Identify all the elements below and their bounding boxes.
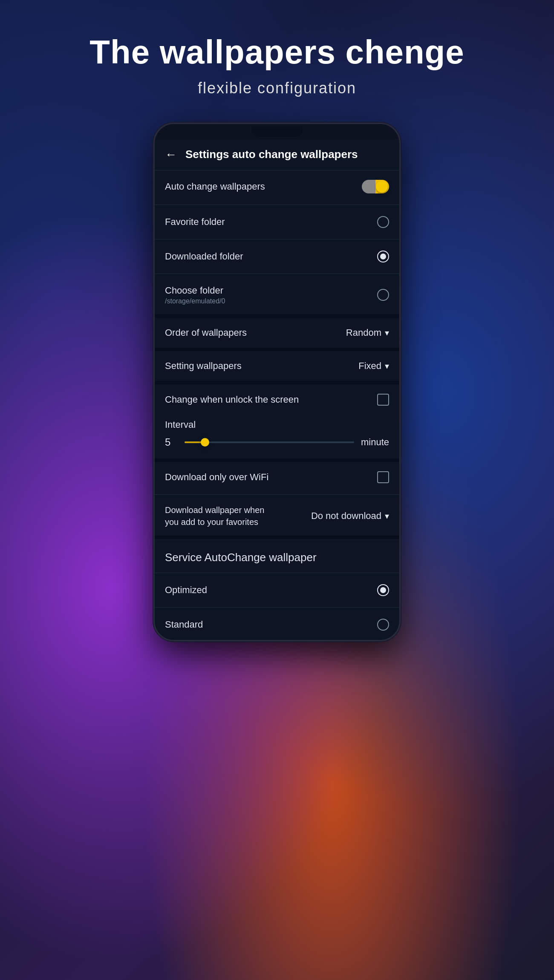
order-label: Order of wallpapers bbox=[165, 327, 346, 338]
choose-folder-label: Choose folder bbox=[165, 285, 225, 296]
interval-section: Interval 5 minute bbox=[155, 415, 399, 458]
divider-1 bbox=[155, 205, 399, 205]
download-favorites-value: Do not download bbox=[311, 510, 381, 522]
phone-wrapper: ← Settings auto change wallpapers Auto c… bbox=[0, 123, 554, 641]
phone-notch bbox=[251, 127, 303, 137]
settings-page-title: Settings auto change wallpapers bbox=[185, 148, 358, 161]
change-unlock-row: Change when unlock the screen bbox=[155, 384, 399, 415]
divider-optimized bbox=[155, 607, 399, 608]
optimized-label: Optimized bbox=[165, 585, 377, 596]
divider-wifi bbox=[155, 494, 399, 495]
optimized-radio-inner bbox=[380, 587, 386, 593]
settings-header: ← Settings auto change wallpapers bbox=[155, 139, 399, 170]
interval-slider[interactable] bbox=[185, 441, 354, 443]
thick-divider-4 bbox=[155, 458, 399, 462]
setting-wallpapers-dropdown[interactable]: Fixed ▾ bbox=[358, 360, 389, 372]
download-favorites-row: Download wallpaper whenyou add to your f… bbox=[155, 496, 399, 536]
thick-divider-2 bbox=[155, 348, 399, 351]
auto-change-label: Auto change wallpapers bbox=[165, 181, 362, 192]
downloaded-folder-radio[interactable] bbox=[377, 251, 389, 262]
toggle-knob bbox=[376, 181, 388, 193]
favorite-folder-label: Favorite folder bbox=[165, 216, 377, 228]
divider-2 bbox=[155, 239, 399, 239]
wifi-only-label: Download only over WiFi bbox=[165, 472, 377, 483]
service-section-header: Service AutoChange wallpaper bbox=[155, 539, 399, 571]
download-favorites-label: Download wallpaper whenyou add to your f… bbox=[165, 504, 311, 528]
setting-wallpapers-value: Fixed bbox=[358, 360, 381, 372]
hero-section: The wallpapers chenge flexible configura… bbox=[0, 0, 554, 123]
thick-divider-3 bbox=[155, 381, 399, 384]
optimized-radio[interactable] bbox=[377, 584, 389, 596]
favorite-folder-row[interactable]: Favorite folder bbox=[155, 207, 399, 237]
downloaded-folder-label: Downloaded folder bbox=[165, 251, 377, 262]
hero-subtitle: flexible configuration bbox=[0, 79, 554, 97]
slider-unit: minute bbox=[361, 437, 389, 448]
interval-label: Interval bbox=[165, 419, 389, 430]
choose-folder-radio[interactable] bbox=[377, 289, 389, 301]
change-unlock-label: Change when unlock the screen bbox=[165, 394, 377, 405]
standard-row[interactable]: Standard bbox=[155, 609, 399, 640]
radio-inner bbox=[380, 254, 386, 259]
choose-folder-row[interactable]: Choose folder /storage/emulated/0 bbox=[155, 276, 399, 314]
auto-change-row: Auto change wallpapers bbox=[155, 170, 399, 203]
download-favorites-arrow: ▾ bbox=[385, 511, 389, 521]
wifi-only-checkbox[interactable] bbox=[377, 471, 389, 483]
auto-change-toggle[interactable] bbox=[362, 180, 389, 193]
order-dropdown[interactable]: Random ▾ bbox=[346, 327, 389, 338]
back-button[interactable]: ← bbox=[165, 148, 177, 161]
divider-service bbox=[155, 573, 399, 573]
choose-folder-text: Choose folder /storage/emulated/0 bbox=[165, 285, 225, 305]
slider-thumb bbox=[201, 438, 209, 447]
divider-3 bbox=[155, 274, 399, 274]
slider-value: 5 bbox=[165, 436, 178, 448]
setting-wallpapers-row: Setting wallpapers Fixed ▾ bbox=[155, 351, 399, 381]
change-unlock-checkbox[interactable] bbox=[377, 394, 389, 406]
standard-radio[interactable] bbox=[377, 619, 389, 631]
download-favorites-dropdown[interactable]: Do not download ▾ bbox=[311, 510, 389, 522]
order-row: Order of wallpapers Random ▾ bbox=[155, 318, 399, 348]
hero-title: The wallpapers chenge bbox=[0, 34, 554, 71]
phone-top-bar bbox=[155, 124, 399, 139]
downloaded-folder-row[interactable]: Downloaded folder bbox=[155, 241, 399, 272]
thick-divider-1 bbox=[155, 314, 399, 318]
favorite-folder-radio[interactable] bbox=[377, 216, 389, 228]
setting-wallpapers-label: Setting wallpapers bbox=[165, 360, 358, 372]
settings-content: Auto change wallpapers Favorite folder D… bbox=[155, 170, 399, 640]
slider-row: 5 minute bbox=[165, 436, 389, 448]
wifi-only-row: Download only over WiFi bbox=[155, 462, 399, 493]
order-value: Random bbox=[346, 327, 381, 338]
order-arrow: ▾ bbox=[385, 328, 389, 338]
optimized-row[interactable]: Optimized bbox=[155, 575, 399, 605]
service-title: Service AutoChange wallpaper bbox=[165, 551, 389, 564]
setting-wallpapers-arrow: ▾ bbox=[385, 361, 389, 371]
thick-divider-5 bbox=[155, 536, 399, 539]
phone-frame: ← Settings auto change wallpapers Auto c… bbox=[153, 123, 401, 641]
choose-folder-sublabel: /storage/emulated/0 bbox=[165, 297, 225, 305]
standard-label: Standard bbox=[165, 619, 377, 630]
